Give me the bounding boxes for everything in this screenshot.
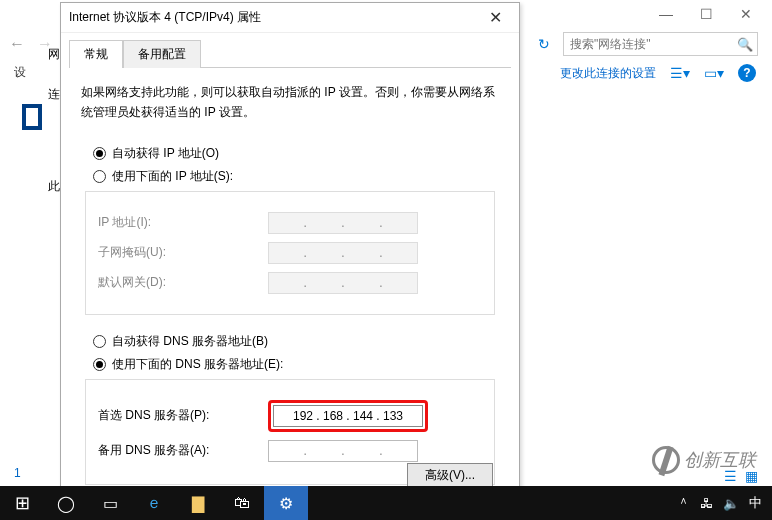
gateway-field: ... bbox=[268, 272, 418, 294]
radio-icon bbox=[93, 147, 106, 160]
large-view-icon[interactable]: ▦ bbox=[745, 468, 758, 484]
bg-close[interactable]: ✕ bbox=[726, 6, 766, 22]
tray-volume-icon[interactable]: 🔈 bbox=[723, 496, 739, 511]
task-view-icon[interactable]: ▭ bbox=[88, 486, 132, 520]
radio-ip-auto-label: 自动获得 IP 地址(O) bbox=[112, 145, 219, 162]
search-taskbar-icon[interactable]: ◯ bbox=[44, 486, 88, 520]
nav-back-icon[interactable]: ← bbox=[6, 33, 28, 55]
radio-dns-auto-label: 自动获得 DNS 服务器地址(B) bbox=[112, 333, 268, 350]
explorer-icon[interactable]: ▇ bbox=[176, 486, 220, 520]
ribbon-view-icon[interactable]: ▭▾ bbox=[704, 65, 724, 81]
radio-dns-auto[interactable]: 自动获得 DNS 服务器地址(B) bbox=[93, 333, 499, 350]
dns-pref-label: 首选 DNS 服务器(P): bbox=[98, 407, 268, 424]
search-icon[interactable]: 🔍 bbox=[737, 37, 753, 52]
search-input[interactable] bbox=[568, 36, 737, 52]
tray-network-icon[interactable]: 🖧 bbox=[700, 496, 713, 511]
bg-row-this: 此 bbox=[48, 178, 60, 195]
ip-group: IP 地址(I): ... 子网掩码(U): ... 默认网关(D): ... bbox=[85, 191, 495, 315]
radio-ip-auto[interactable]: 自动获得 IP 地址(O) bbox=[93, 145, 499, 162]
ip-address-field: ... bbox=[268, 212, 418, 234]
watermark-logo-icon bbox=[652, 446, 680, 474]
dialog-close-button[interactable]: ✕ bbox=[479, 8, 511, 27]
settings-taskbar-icon[interactable]: ⚙ bbox=[264, 486, 308, 520]
taskbar: ⊞ ◯ ▭ ｅ ▇ 🛍 ⚙ ＾ 🖧 🔈 中 bbox=[0, 486, 772, 520]
ipv4-properties-dialog: Internet 协议版本 4 (TCP/IPv4) 属性 ✕ 常规 备用配置 … bbox=[60, 2, 520, 502]
radio-icon bbox=[93, 358, 106, 371]
radio-icon bbox=[93, 170, 106, 183]
tray-ime-icon[interactable]: 中 bbox=[749, 494, 762, 512]
start-button[interactable]: ⊞ bbox=[0, 486, 44, 520]
ribbon-list-icon[interactable]: ☰▾ bbox=[670, 65, 690, 81]
refresh-icon[interactable]: ↻ bbox=[531, 36, 557, 52]
bg-max[interactable]: ☐ bbox=[686, 6, 726, 22]
radio-dns-manual-label: 使用下面的 DNS 服务器地址(E): bbox=[112, 356, 283, 373]
help-icon[interactable]: ? bbox=[738, 64, 756, 82]
dialog-description: 如果网络支持此功能，则可以获取自动指派的 IP 设置。否则，你需要从网络系统管理… bbox=[81, 82, 499, 123]
details-view-icon[interactable]: ☰ bbox=[724, 468, 737, 484]
adapter-icon bbox=[22, 104, 42, 130]
bg-col-cut: 设 bbox=[14, 64, 26, 81]
change-conn-settings-link[interactable]: 更改此连接的设置 bbox=[560, 65, 656, 82]
gateway-label: 默认网关(D): bbox=[98, 274, 268, 291]
advanced-button[interactable]: 高级(V)... bbox=[407, 463, 493, 487]
radio-ip-manual[interactable]: 使用下面的 IP 地址(S): bbox=[93, 168, 499, 185]
dns-pref-field[interactable]: 192 . 168 . 144 . 133 bbox=[273, 405, 423, 427]
bg-min[interactable]: — bbox=[646, 6, 686, 22]
bg-row-conn: 连 bbox=[48, 86, 60, 103]
page-number: 1 bbox=[14, 466, 21, 480]
radio-ip-manual-label: 使用下面的 IP 地址(S): bbox=[112, 168, 233, 185]
radio-icon bbox=[93, 335, 106, 348]
subnet-label: 子网掩码(U): bbox=[98, 244, 268, 261]
ip-address-label: IP 地址(I): bbox=[98, 214, 268, 231]
store-icon[interactable]: 🛍 bbox=[220, 486, 264, 520]
dialog-title: Internet 协议版本 4 (TCP/IPv4) 属性 bbox=[69, 9, 479, 26]
dns-alt-label: 备用 DNS 服务器(A): bbox=[98, 442, 268, 459]
dns-pref-highlight: 192 . 168 . 144 . 133 bbox=[268, 400, 428, 432]
radio-dns-manual[interactable]: 使用下面的 DNS 服务器地址(E): bbox=[93, 356, 499, 373]
tab-general[interactable]: 常规 bbox=[69, 40, 123, 68]
dns-alt-field[interactable]: ... bbox=[268, 440, 418, 462]
subnet-field: ... bbox=[268, 242, 418, 264]
edge-icon[interactable]: ｅ bbox=[132, 486, 176, 520]
tab-alternate[interactable]: 备用配置 bbox=[123, 40, 201, 68]
tray-chevron-icon[interactable]: ＾ bbox=[677, 494, 690, 512]
search-box[interactable]: 🔍 bbox=[563, 32, 758, 56]
